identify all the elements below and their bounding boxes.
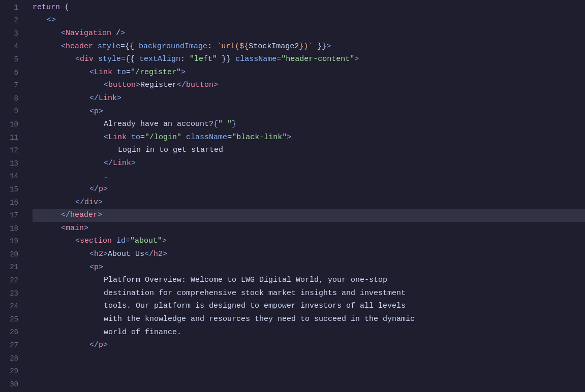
line-11: <Link to="/login" className="black-link"… [33,131,585,144]
line-12: Login in to get started [33,144,585,157]
line-num-19: 19 [8,235,18,248]
line-5: <div style={{ textAlign: "left" }} class… [33,53,585,66]
line-num-29: 29 [8,365,18,378]
code-lines: return ( <> <Navigation /> <header style… [24,0,585,392]
line-num-15: 15 [8,183,18,196]
line-9: <p> [33,105,585,118]
line-num-27: 27 [8,339,18,352]
line-1: return ( [33,1,585,14]
line-15: </p> [33,183,585,196]
line-num-2: 2 [8,14,18,27]
line-6: <Link to="/register"> [33,66,585,79]
line-num-7: 7 [8,79,18,92]
line-num-23: 23 [8,287,18,300]
line-num-30: 30 [8,378,18,391]
line-num-12: 12 [8,144,18,157]
line-num-17: 17 [8,209,18,222]
line-2: <> [33,14,585,27]
line-19: <section id="about"> [33,235,585,248]
line-21: <p> [33,261,585,274]
line-16: </div> [33,196,585,209]
line-num-21: 21 [8,261,18,274]
line-22: Platform Overview: Welcome to LWG Digita… [33,274,585,287]
line-24: tools. Our platform is designed to empow… [33,300,585,313]
line-num-24: 24 [8,300,18,313]
line-20: <h2>About Us</h2> [33,248,585,261]
line-num-28: 28 [8,352,18,365]
line-num-13: 13 [8,157,18,170]
line-num-8: 8 [8,92,18,105]
line-num-5: 5 [8,53,18,66]
line-26: world of finance. [33,326,585,339]
line-num-18: 18 [8,222,18,235]
code-content: 1 2 3 4 5 6 7 8 9 10 11 12 13 14 15 16 1… [0,0,585,392]
line-7: <button>Register</button> [33,79,585,92]
line-23: destination for comprehensive stock mark… [33,287,585,300]
code-editor: 1 2 3 4 5 6 7 8 9 10 11 12 13 14 15 16 1… [0,0,585,392]
line-num-4: 4 [8,40,18,53]
line-num-22: 22 [8,274,18,287]
line-num-26: 26 [8,326,18,339]
line-17: </header> [33,209,585,222]
line-num-1: 1 [8,1,18,14]
line-8: </Link> [33,92,585,105]
line-14: . [33,170,585,183]
line-18: <main> [33,222,585,235]
line-num-25: 25 [8,313,18,326]
line-num-14: 14 [8,170,18,183]
line-num-9: 9 [8,105,18,118]
line-num-10: 10 [8,118,18,131]
line-4: <header style={{ backgroundImage: `url($… [33,40,585,53]
line-num-3: 3 [8,27,18,40]
line-25: with the knowledge and resources they ne… [33,313,585,326]
line-13: </Link> [33,157,585,170]
line-num-20: 20 [8,248,18,261]
line-27: </p> [33,339,585,352]
line-3: <Navigation /> [33,27,585,40]
line-num-11: 11 [8,131,18,144]
line-10: Already have an account?{" "} [33,118,585,131]
line-num-6: 6 [8,66,18,79]
line-numbers: 1 2 3 4 5 6 7 8 9 10 11 12 13 14 15 16 1… [0,0,24,392]
line-num-16: 16 [8,196,18,209]
